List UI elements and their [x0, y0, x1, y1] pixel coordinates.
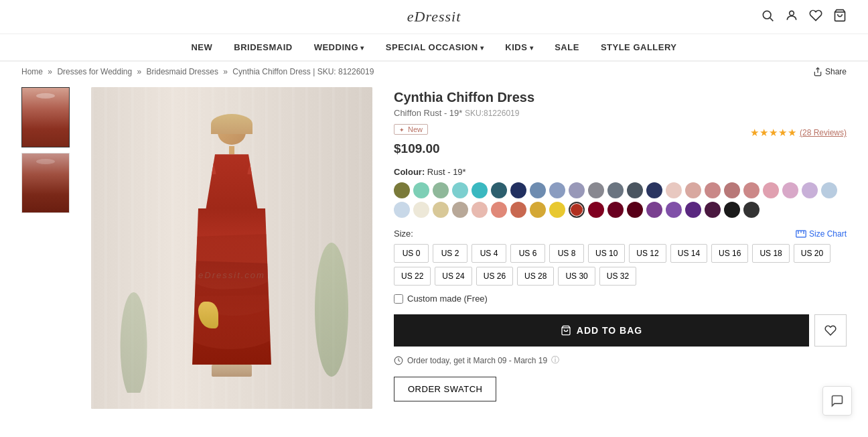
colour-swatch-teal[interactable] — [472, 182, 488, 198]
colour-swatch-dark-purple[interactable] — [685, 202, 701, 218]
size-button-US-30[interactable]: US 30 — [558, 267, 595, 286]
colour-swatch-lavender-gray[interactable] — [569, 182, 585, 198]
colour-swatch-burgundy[interactable] — [588, 202, 604, 218]
product-layout: eDressit.com Cynthia Chiffon Dress Chiff… — [0, 82, 868, 425]
colour-swatch-gray[interactable] — [588, 182, 604, 198]
colour-swatch-violet[interactable] — [666, 202, 682, 218]
colour-swatch-mint[interactable] — [413, 182, 429, 198]
size-button-US-2[interactable]: US 2 — [433, 244, 467, 263]
nav-item-sale[interactable]: SALE — [555, 42, 579, 52]
size-button-US-18[interactable]: US 18 — [752, 244, 789, 263]
nav-item-wedding[interactable]: WEDDING — [314, 42, 364, 52]
colour-swatch-sage[interactable] — [433, 182, 449, 198]
colour-swatch-midnight[interactable] — [646, 182, 662, 198]
colour-swatch-yellow[interactable] — [549, 202, 565, 218]
colour-swatch-taupe[interactable] — [452, 202, 468, 218]
colour-swatch-blush[interactable] — [685, 182, 701, 198]
size-button-US-32[interactable]: US 32 — [599, 267, 636, 286]
colour-swatch-off-black[interactable] — [743, 202, 760, 218]
nav-item-bridesmaid[interactable]: BRIDESMAID — [234, 42, 292, 52]
size-button-US-0[interactable]: US 0 — [394, 244, 429, 263]
colour-swatch-periwinkle[interactable] — [549, 182, 565, 198]
colour-swatch-olive[interactable] — [394, 182, 410, 198]
search-icon[interactable] — [761, 9, 774, 25]
reviews-link[interactable]: (28 Reviews) — [800, 128, 847, 137]
nav-item-style-gallery[interactable]: STYLE GALLERY — [601, 42, 677, 52]
colour-swatch-dark-slate[interactable] — [627, 182, 643, 198]
size-button-US-12[interactable]: US 12 — [629, 244, 666, 263]
delivery-info-icon[interactable]: ⓘ — [551, 355, 559, 366]
heart-icon[interactable] — [809, 9, 822, 25]
colour-swatch-teal-light[interactable] — [452, 182, 468, 198]
colour-swatch-steel-blue[interactable] — [530, 182, 546, 198]
new-badge: ✦ New — [394, 124, 428, 135]
colour-swatch-rust[interactable] — [569, 202, 585, 218]
add-to-bag-button[interactable]: ADD TO BAG — [394, 314, 809, 347]
colour-swatch-black[interactable] — [724, 202, 740, 218]
chat-button[interactable] — [822, 386, 852, 416]
size-chart-link[interactable]: Size Chart — [796, 229, 847, 239]
size-button-US-14[interactable]: US 14 — [670, 244, 707, 263]
colour-swatch-pale-blue[interactable] — [821, 182, 837, 198]
product-main-image: eDressit.com — [91, 87, 372, 409]
colour-swatch-mauve[interactable] — [724, 182, 740, 198]
colour-swatch-gold[interactable] — [530, 202, 546, 218]
colour-label: Colour: Rust - 19* — [394, 167, 847, 177]
colour-swatch-blush-row2[interactable] — [472, 202, 488, 218]
size-button-US-8[interactable]: US 8 — [549, 244, 584, 263]
main-nav: NEW BRIDESMAID WEDDING SPECIAL OCCASION … — [0, 34, 868, 61]
colour-swatch-blush-light[interactable] — [666, 182, 682, 198]
colour-swatch-slate[interactable] — [607, 182, 624, 198]
size-header: Size: Size Chart — [394, 229, 847, 239]
product-subtitle: Chiffon Rust - 19* SKU:81226019 — [394, 108, 847, 118]
size-button-US-22[interactable]: US 22 — [394, 267, 431, 286]
svg-point-2 — [790, 11, 794, 15]
price-reviews-row: $109.00 ★★★★★ (28 Reviews) — [394, 141, 847, 159]
colour-swatch-wine[interactable] — [607, 202, 624, 218]
size-button-US-10[interactable]: US 10 — [588, 244, 625, 263]
thumbnail-2[interactable] — [21, 153, 70, 213]
size-label: Size: — [394, 229, 413, 239]
size-button-US-6[interactable]: US 6 — [510, 244, 545, 263]
colour-swatch-purple[interactable] — [646, 202, 662, 218]
custom-made-checkbox[interactable] — [394, 294, 403, 304]
size-grid: US 0US 2US 4US 6US 8US 10US 12US 14US 16… — [394, 244, 847, 286]
size-button-US-24[interactable]: US 24 — [435, 267, 472, 286]
size-button-US-26[interactable]: US 26 — [476, 267, 513, 286]
colour-swatch-coral[interactable] — [491, 202, 507, 218]
colour-swatch-terracotta[interactable] — [510, 202, 526, 218]
colour-swatch-ice-blue[interactable] — [394, 202, 410, 218]
colour-swatch-ivory[interactable] — [413, 202, 429, 218]
size-button-US-28[interactable]: US 28 — [517, 267, 554, 286]
colour-swatch-pink-light[interactable] — [763, 182, 779, 198]
breadcrumb-bridesmaid[interactable]: Bridesmaid Dresses — [147, 67, 218, 76]
colour-swatch-dark-wine[interactable] — [627, 202, 643, 218]
nav-item-special[interactable]: SPECIAL OCCASION — [386, 42, 484, 52]
nav-item-kids[interactable]: KIDS — [505, 42, 533, 52]
size-button-US-20[interactable]: US 20 — [794, 244, 830, 263]
share-button[interactable]: Share — [813, 67, 847, 76]
breadcrumb-home[interactable]: Home — [21, 67, 43, 76]
breadcrumb-bar: Home » Dresses for Wedding » Bridesmaid … — [0, 62, 868, 82]
star-rating: ★★★★★ — [750, 127, 797, 139]
colour-swatch-navy[interactable] — [510, 182, 526, 198]
colour-swatch-champagne[interactable] — [433, 202, 449, 218]
colour-swatch-lavender-pink[interactable] — [782, 182, 798, 198]
colour-swatch-plum[interactable] — [705, 202, 721, 218]
colour-swatch-lilac[interactable] — [802, 182, 818, 198]
order-swatch-button[interactable]: ORDER SWATCH — [394, 377, 496, 401]
thumbnail-1[interactable] — [21, 87, 70, 147]
bag-icon[interactable] — [833, 9, 847, 25]
breadcrumb-dresses-wedding[interactable]: Dresses for Wedding — [57, 67, 132, 76]
colour-swatch-rose[interactable] — [743, 182, 760, 198]
nav-item-new[interactable]: NEW — [191, 42, 212, 52]
product-info: Cynthia Chiffon Dress Chiffon Rust - 19*… — [394, 87, 847, 409]
site-logo: eDressit — [297, 8, 572, 25]
svg-line-1 — [770, 17, 774, 21]
size-button-US-16[interactable]: US 16 — [711, 244, 748, 263]
wishlist-button[interactable] — [814, 314, 847, 347]
colour-swatch-dusty-rose[interactable] — [705, 182, 721, 198]
size-button-US-4[interactable]: US 4 — [472, 244, 506, 263]
colour-swatch-dark-teal[interactable] — [491, 182, 507, 198]
user-icon[interactable] — [785, 9, 798, 25]
